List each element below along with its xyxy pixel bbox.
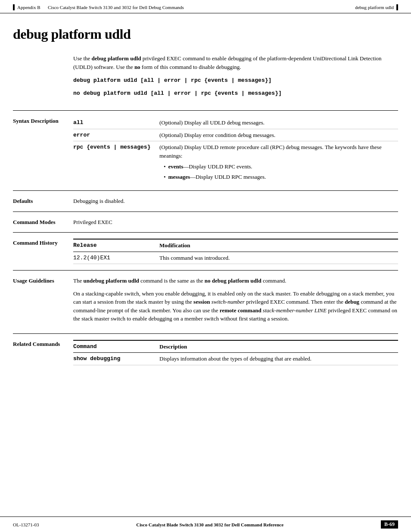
history-col-modification: Modification (159, 239, 398, 252)
syntax-description-label: Syntax Description (13, 117, 73, 184)
command-modes-section: Command Modes Privileged EXEC (13, 212, 398, 233)
syntax-term-rpc: rpc {events | messages} (73, 141, 159, 185)
related-commands-label: Related Commands (13, 340, 73, 365)
syntax-description-section: Syntax Description all (Optional) Displa… (13, 110, 398, 190)
defaults-label: Defaults (13, 197, 73, 205)
page-number: B-69 (381, 520, 398, 529)
defaults-section: Defaults Debugging is disabled. (13, 190, 398, 212)
footer-center: Cisco Catalyst Blade Switch 3130 and 303… (39, 522, 381, 527)
command-history-section: Command History Release Modification 12.… (13, 232, 398, 270)
rpc-bullet-list: events—Display UDLD RPC events. messages… (159, 162, 395, 181)
header-right: debug platform udld (355, 4, 398, 10)
usage-para1: The undebug platform udld command is the… (73, 277, 398, 285)
command-history-table: Release Modification 12.2(40)EX1 This co… (73, 239, 398, 264)
remote-command-bold: remote command (220, 307, 262, 314)
syntax-term-all: all (73, 117, 159, 129)
history-header-row: Release Modification (73, 239, 398, 252)
command-history-content: Release Modification 12.2(40)EX1 This co… (73, 239, 398, 264)
bullet-messages: messages—Display UDLD RPC messages. (164, 173, 395, 181)
syntax-desc-error: (Optional) Display error condition debug… (159, 129, 398, 141)
intro-bold1: debug platform udld (92, 55, 141, 62)
header-bar-left (13, 4, 15, 10)
stack-member-italic: stack-member-number LINE (263, 307, 327, 314)
syntax-term-error: error (73, 129, 159, 141)
related-row-1: show debugging Displays information abou… (73, 353, 398, 365)
related-col-desc: Description (159, 340, 398, 353)
no-debug-bold: no debug platform udld (205, 277, 262, 284)
related-col-command: Command (73, 340, 159, 353)
cmd1: debug platform udld [all | error | rpc {… (73, 76, 398, 85)
header-bar-right (396, 4, 398, 10)
related-command-1: show debugging (73, 353, 159, 365)
defaults-content: Debugging is disabled. (73, 197, 398, 205)
switch-number-italic: switch-number (212, 299, 245, 305)
footer-right: B-69 (381, 520, 398, 529)
syntax-row-error: error (Optional) Display error condition… (73, 129, 398, 141)
session-bold: session (193, 299, 210, 305)
syntax-desc-all: (Optional) Display all UDLD debug messag… (159, 117, 398, 129)
related-commands-section: Related Commands Command Description sho… (13, 333, 398, 371)
related-desc-1: Displays information about the types of … (159, 353, 398, 365)
header-left: Appendix B Cisco Catalyst Blade Switch 3… (13, 4, 184, 10)
undebug-bold: undebug platform udld (83, 277, 139, 284)
history-modification-1: This command was introduced. (159, 252, 398, 264)
header-separator (43, 5, 45, 10)
usage-guidelines-content: The undebug platform udld command is the… (73, 277, 398, 327)
debug-bold: debug (345, 299, 359, 305)
syntax-description-content: all (Optional) Display all UDLD debug me… (73, 117, 398, 184)
usage-para2: On a stacking-capable switch, when you e… (73, 289, 398, 323)
page-title: debug platform udld (13, 26, 398, 42)
command-history-label: Command History (13, 239, 73, 264)
intro-para1: Use the debug platform udld privileged E… (73, 54, 398, 71)
related-commands-table: Command Description show debugging Displ… (73, 340, 398, 365)
related-commands-content: Command Description show debugging Displ… (73, 340, 398, 365)
page-footer: OL-13271-03 Cisco Catalyst Blade Switch … (0, 516, 411, 532)
cmd2: no debug platform udld [all | error | rp… (73, 89, 398, 98)
header-right-text: debug platform udld (355, 5, 394, 10)
usage-guidelines-section: Usage Guidelines The undebug platform ud… (13, 270, 398, 333)
history-col-release: Release (73, 239, 159, 252)
intro-section: Use the debug platform udld privileged E… (73, 54, 398, 97)
main-content: debug platform udld Use the debug platfo… (0, 13, 411, 406)
related-header-row: Command Description (73, 340, 398, 353)
syntax-row-all: all (Optional) Display all UDLD debug me… (73, 117, 398, 129)
command-modes-content: Privileged EXEC (73, 218, 398, 227)
footer-left: OL-13271-03 (13, 522, 39, 527)
usage-guidelines-label: Usage Guidelines (13, 277, 73, 327)
header-doc-title: Cisco Catalyst Blade Switch 3130 and 303… (48, 5, 184, 10)
syntax-table: all (Optional) Display all UDLD debug me… (73, 117, 398, 184)
intro-no: no (134, 64, 140, 70)
command-modes-label: Command Modes (13, 218, 73, 227)
syntax-commands: debug platform udld [all | error | rpc {… (73, 76, 398, 97)
appendix-label: Appendix B (17, 5, 40, 10)
bullet-events: events—Display UDLD RPC events. (164, 162, 395, 171)
syntax-row-rpc: rpc {events | messages} (Optional) Displ… (73, 141, 398, 185)
history-release-1: 12.2(40)EX1 (73, 252, 159, 264)
history-row-1: 12.2(40)EX1 This command was introduced. (73, 252, 398, 264)
page-header: Appendix B Cisco Catalyst Blade Switch 3… (0, 0, 411, 13)
syntax-desc-rpc: (Optional) Display UDLD remote procedure… (159, 141, 398, 185)
